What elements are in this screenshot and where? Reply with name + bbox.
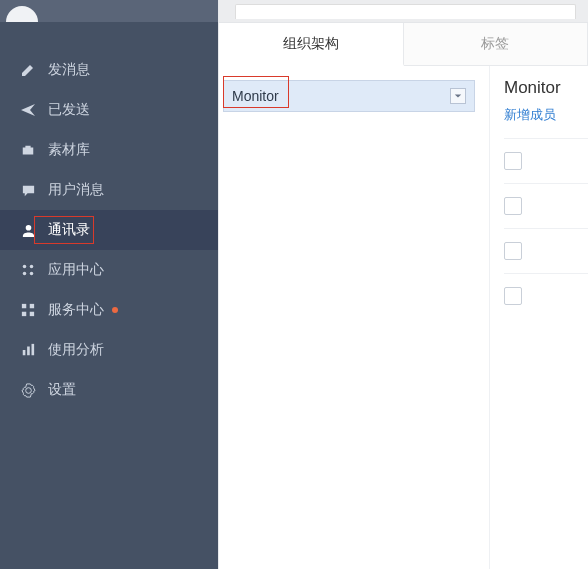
sidebar-item-analytics[interactable]: 使用分析 — [0, 330, 218, 370]
sidebar: 发消息 已发送 素材库 用户消息 — [0, 0, 218, 569]
sidebar-item-label: 通讯录 — [48, 221, 90, 239]
svg-rect-7 — [30, 312, 34, 316]
bar-chart-icon — [20, 342, 36, 358]
detail-title: Monitor — [504, 78, 588, 98]
org-dropdown[interactable]: Monitor — [223, 80, 475, 112]
sidebar-item-label: 素材库 — [48, 141, 90, 159]
sidebar-item-label: 已发送 — [48, 101, 90, 119]
briefcase-icon — [20, 142, 36, 158]
pencil-icon — [20, 62, 36, 78]
chevron-down-icon[interactable] — [450, 88, 466, 104]
member-row[interactable] — [504, 138, 588, 183]
svg-point-0 — [23, 265, 27, 269]
send-icon — [20, 102, 36, 118]
detail-column: Monitor 新增成员 — [490, 66, 588, 569]
checkbox[interactable] — [504, 197, 522, 215]
notification-dot — [112, 307, 118, 313]
svg-point-1 — [30, 265, 34, 269]
org-column: Monitor — [219, 66, 490, 569]
sidebar-item-label: 服务中心 — [48, 301, 104, 319]
content: Monitor Monitor 新增成员 — [219, 66, 588, 569]
svg-rect-10 — [32, 344, 35, 355]
tab-label: 标签 — [481, 35, 509, 53]
member-row[interactable] — [504, 183, 588, 228]
sidebar-item-label: 发消息 — [48, 61, 90, 79]
grid-icon — [20, 302, 36, 318]
sidebar-item-assets[interactable]: 素材库 — [0, 130, 218, 170]
sidebar-header — [0, 0, 218, 22]
tabs: 组织架构 标签 — [219, 23, 588, 66]
add-member-link[interactable]: 新增成员 — [504, 106, 588, 124]
svg-rect-8 — [23, 350, 26, 355]
search-input[interactable] — [235, 4, 576, 19]
member-row[interactable] — [504, 273, 588, 318]
sidebar-item-label: 应用中心 — [48, 261, 104, 279]
checkbox[interactable] — [504, 287, 522, 305]
checkbox[interactable] — [504, 242, 522, 260]
dropdown-selected-label: Monitor — [232, 88, 450, 104]
sidebar-item-label: 用户消息 — [48, 181, 104, 199]
svg-rect-4 — [22, 304, 26, 308]
chat-icon — [20, 182, 36, 198]
svg-point-3 — [30, 272, 34, 276]
avatar — [6, 6, 38, 22]
sidebar-item-contacts[interactable]: 通讯录 — [0, 210, 218, 250]
sidebar-item-apps[interactable]: 应用中心 — [0, 250, 218, 290]
checkbox[interactable] — [504, 152, 522, 170]
apps-icon — [20, 262, 36, 278]
sidebar-item-services[interactable]: 服务中心 — [0, 290, 218, 330]
dropdown-box[interactable]: Monitor — [223, 80, 475, 112]
sidebar-item-user-msgs[interactable]: 用户消息 — [0, 170, 218, 210]
sidebar-item-sent[interactable]: 已发送 — [0, 90, 218, 130]
tab-label: 组织架构 — [283, 35, 339, 53]
sidebar-item-label: 设置 — [48, 381, 76, 399]
svg-rect-9 — [27, 347, 30, 356]
svg-rect-6 — [22, 312, 26, 316]
sidebar-item-label: 使用分析 — [48, 341, 104, 359]
sidebar-item-compose[interactable]: 发消息 — [0, 50, 218, 90]
app-root: 发消息 已发送 素材库 用户消息 — [0, 0, 588, 569]
tab-org-structure[interactable]: 组织架构 — [219, 23, 404, 66]
gear-icon — [20, 382, 36, 398]
svg-point-2 — [23, 272, 27, 276]
sidebar-nav: 发消息 已发送 素材库 用户消息 — [0, 22, 218, 410]
sidebar-item-settings[interactable]: 设置 — [0, 370, 218, 410]
tab-tags[interactable]: 标签 — [404, 23, 589, 65]
main-area: 组织架构 标签 Monitor Monitor — [218, 0, 588, 569]
svg-rect-5 — [30, 304, 34, 308]
member-row[interactable] — [504, 228, 588, 273]
person-icon — [20, 222, 36, 238]
top-bar — [219, 0, 588, 23]
